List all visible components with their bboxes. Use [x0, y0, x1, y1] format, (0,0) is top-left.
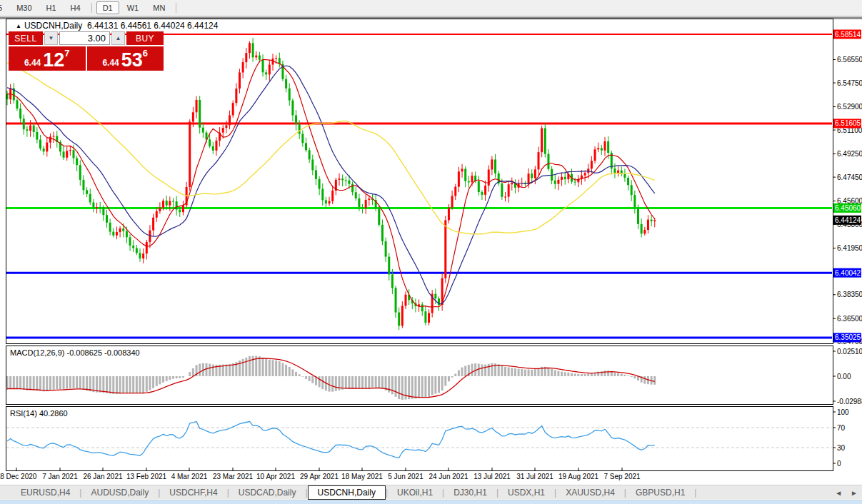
svg-text:6.51605: 6.51605 [835, 119, 861, 127]
tab-eurusd-h4[interactable]: EURUSD,H4 [11, 486, 79, 499]
date-label: 10 Apr 2021 [256, 473, 295, 480]
tab-ukoil-h1[interactable]: UKOil,H1 [388, 486, 442, 499]
sell-button[interactable]: SELL [9, 31, 43, 45]
date-label: 18 May 2021 [341, 473, 383, 480]
svg-text:-0.02988: -0.02988 [837, 398, 862, 405]
svg-text:6.56550: 6.56550 [837, 56, 862, 64]
chart-symbol-period: USDCNH,Daily [24, 21, 82, 31]
svg-text:6.54750: 6.54750 [837, 79, 862, 87]
price-badge: 6.40042 [833, 268, 861, 278]
date-label: 13 Jul 2021 [473, 473, 511, 480]
date-label: 4 Mar 2021 [171, 473, 208, 480]
tab-gbpusd-h1[interactable]: GBPUSD,H1 [626, 486, 694, 499]
svg-text:6.47450: 6.47450 [837, 173, 862, 181]
svg-text:6.36500: 6.36500 [837, 315, 862, 323]
tab-usdcad-daily[interactable]: USDCAD,Daily [229, 486, 306, 499]
tab-dj30-h1[interactable]: DJ30,H1 [444, 486, 496, 499]
date-label: 7 Jan 2021 [42, 473, 78, 480]
date-label: 29 Apr 2021 [300, 473, 339, 480]
price-badge: 6.35025 [833, 333, 861, 342]
collapse-triangle-icon[interactable]: ▲ [16, 23, 21, 29]
date-label: 7 Sep 2021 [603, 473, 640, 480]
one-click-trading-panel: SELL ▼ 3.00 ▲ BUY 6.44 12 7 6.44 53 6 [9, 31, 164, 71]
price-badge: 6.58514 [833, 30, 861, 39]
date-label: 13 Feb 2021 [126, 473, 166, 480]
price-badge: 6.51605 [833, 119, 861, 128]
chart-canvas[interactable]: 6.565506.547506.529006.511006.492506.474… [0, 0, 862, 504]
buy-price-display[interactable]: 6.44 53 6 [87, 46, 164, 71]
date-label: 24 Jun 2021 [429, 473, 468, 480]
date-label: 23 Mar 2021 [213, 473, 253, 480]
svg-text:6.35025: 6.35025 [835, 333, 861, 341]
volume-decrease-button[interactable]: ▼ [44, 31, 58, 45]
volume-increase-button[interactable]: ▲ [111, 31, 125, 45]
price-badge: 6.45060 [833, 203, 861, 213]
tab-audusd-daily[interactable]: AUDUSD,Daily [81, 486, 158, 499]
date-label: 5 Jun 2021 [388, 473, 424, 480]
tab-usdchf-h4[interactable]: USDCHF,H4 [160, 486, 226, 499]
sell-price-big: 12 [43, 49, 64, 71]
date-label: 31 Jul 2021 [516, 473, 553, 480]
buy-price-base: 6.44 [102, 58, 119, 68]
tab-usdcnh-daily[interactable]: USDCNH,Daily [308, 485, 386, 500]
sell-price-base: 6.44 [24, 58, 41, 68]
macd-indicator-label: MACD(12,26,9) -0.008625 -0.008340 [10, 348, 140, 357]
buy-price-sup: 6 [143, 48, 148, 59]
buy-price-big: 53 [121, 49, 143, 71]
svg-text:6.58514: 6.58514 [835, 31, 861, 39]
rsi-indicator-label: RSI(14) 40.2860 [10, 409, 68, 418]
svg-text:100: 100 [837, 408, 849, 416]
tabs-scroll-left-button[interactable]: ◄ [835, 489, 842, 497]
svg-text:0: 0 [837, 460, 841, 468]
date-label: 26 Jan 2021 [83, 473, 122, 480]
svg-text:6.45060: 6.45060 [835, 204, 861, 212]
chart-tabs: EURUSD,H4|AUDUSD,Daily|USDCHF,H4|USDCAD,… [0, 485, 862, 500]
tab-usdx-h1[interactable]: USDX,H1 [498, 486, 554, 499]
svg-text:6.41950: 6.41950 [837, 244, 862, 252]
svg-text:6.38350: 6.38350 [837, 291, 862, 298]
trading-app-window: 5M30H1H4D1W1MN 6.565506.547506.529006.51… [0, 0, 862, 504]
rsi-axis: 10070300 [833, 408, 849, 468]
svg-text:6.40042: 6.40042 [835, 269, 861, 277]
rsi-pane [6, 407, 833, 471]
svg-text:30: 30 [837, 444, 846, 452]
tab-separator: | [694, 488, 696, 498]
svg-text:6.52900: 6.52900 [837, 103, 862, 111]
date-label: 18 Dec 2020 [0, 473, 36, 480]
svg-text:6.49250: 6.49250 [837, 150, 862, 158]
date-label: 19 Aug 2021 [558, 473, 598, 480]
svg-text:0.00: 0.00 [837, 373, 851, 380]
spinner-up-icon: ▲ [116, 35, 121, 41]
tab-xauusd-h4[interactable]: XAUUSD,H4 [556, 486, 624, 499]
chart-title: ▲USDCNH,Daily 6.44131 6.44561 6.44024 6.… [16, 21, 218, 31]
macd-axis: 0.0251080.00-0.02988 [833, 348, 862, 405]
tabs-scroll-right-button[interactable]: ► [851, 489, 858, 497]
date-axis: 18 Dec 20207 Jan 202126 Jan 202113 Feb 2… [0, 473, 862, 483]
sell-price-sup: 7 [64, 48, 69, 59]
volume-input[interactable]: 3.00 [59, 31, 110, 45]
chart-ohlc-values: 6.44131 6.44561 6.44024 6.44124 [87, 21, 219, 31]
price-axis: 6.565506.547506.529006.511006.492506.474… [833, 30, 862, 346]
status-strip [0, 500, 862, 504]
price-badge: 6.44124 [833, 216, 861, 225]
svg-text:0.025108: 0.025108 [837, 348, 862, 356]
buy-button[interactable]: BUY [126, 31, 164, 45]
spinner-down-icon: ▼ [49, 35, 54, 41]
svg-text:6.44124: 6.44124 [835, 216, 861, 224]
svg-text:70: 70 [837, 424, 846, 432]
sell-price-display[interactable]: 6.44 12 7 [9, 46, 86, 71]
